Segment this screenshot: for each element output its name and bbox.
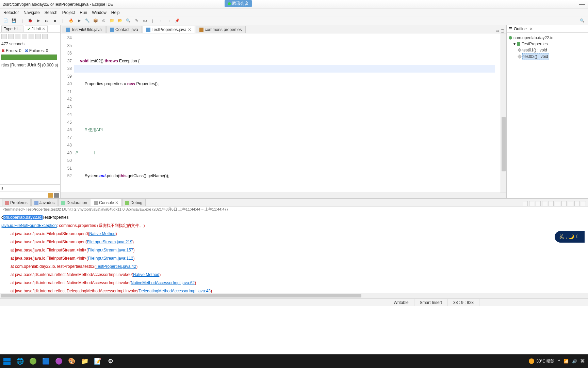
history-icon[interactable]	[22, 34, 27, 39]
open-console-icon[interactable]	[568, 201, 573, 206]
ime-indicator[interactable]: 英 , 🌙 ☾	[555, 231, 585, 243]
scroll-lock-icon[interactable]	[542, 201, 547, 206]
stacktrace-link[interactable]: FileInputStream.java:112	[88, 256, 133, 261]
minimize-button[interactable]: —	[579, 1, 585, 8]
run-icon[interactable]: ▶	[35, 18, 42, 24]
close-icon[interactable]: ✕	[188, 27, 191, 32]
junit-tree[interactable]: rties [Runner: JUnit 5] (0.000 s)	[1, 63, 59, 67]
remove-launch-icon[interactable]	[529, 201, 534, 206]
tray-up-icon[interactable]: ^	[558, 359, 560, 364]
edge-icon[interactable]: 🌐	[14, 355, 27, 368]
start-button[interactable]	[0, 354, 14, 368]
min-view-icon[interactable]	[574, 201, 579, 206]
skip-icon[interactable]: ⏭	[44, 18, 50, 24]
new-icon[interactable]: 📄	[3, 18, 9, 24]
stacktrace-link[interactable]: FileInputStream.java:157	[88, 248, 133, 252]
explorer-icon[interactable]: 📁	[78, 355, 91, 368]
menu-window[interactable]: Window	[92, 10, 107, 15]
tab-junit[interactable]: ✔JUnit✕	[25, 26, 48, 32]
notepad-icon[interactable]: 📝	[91, 355, 104, 368]
tab-debug[interactable]: Debug	[122, 199, 145, 206]
editor-vscrollbar[interactable]	[501, 33, 506, 193]
app3-icon[interactable]: ⚙	[104, 355, 117, 368]
close-icon[interactable]: ✕	[529, 27, 533, 31]
runl-icon[interactable]: ▶	[76, 18, 82, 24]
tab-javadoc[interactable]: Javadoc	[31, 199, 58, 206]
console-output[interactable]: com.openlab.day22.io.TestProperties java…	[0, 212, 588, 293]
menu-search[interactable]: Search	[45, 10, 58, 15]
word-wrap-icon[interactable]	[549, 201, 554, 206]
scroll-thumb[interactable]	[502, 117, 506, 171]
debug-icon[interactable]: 🐞	[27, 18, 33, 24]
app2-icon[interactable]: 🎨	[65, 355, 78, 368]
tab-testfileutils[interactable]: TestFileUtils.java	[62, 26, 105, 33]
save-icon[interactable]: 💾	[11, 18, 17, 24]
tab-console[interactable]: Console✕	[91, 199, 121, 206]
outline-class[interactable]: ▾ TestProperties	[509, 41, 586, 47]
scroll-thumb[interactable]	[1, 294, 361, 297]
eclipse-icon[interactable]: 🟣	[52, 355, 65, 368]
rerun-icon[interactable]	[1, 34, 7, 39]
folder-icon[interactable]: 📁	[109, 18, 115, 24]
chrome-icon[interactable]: 🟢	[27, 355, 39, 368]
stop-icon[interactable]: ⏹	[52, 18, 58, 24]
search-icon[interactable]: 🔍	[125, 18, 131, 24]
stacktrace-link[interactable]: NativeMethodAccessorImpl.java:62	[131, 280, 195, 285]
volume-icon[interactable]: 🔊	[572, 359, 577, 364]
tab-problems[interactable]: Problems	[2, 199, 31, 206]
coverage-icon[interactable]: 🔥	[68, 18, 74, 24]
exception-link[interactable]: java.io.FileNotFoundException	[1, 223, 57, 228]
pkg-icon[interactable]: 📦	[93, 18, 99, 24]
tab-declaration[interactable]: Declaration	[58, 199, 90, 206]
stacktrace-link[interactable]: DelegatingMethodAccessorImpl.java:43	[139, 289, 211, 293]
tag-icon[interactable]: 🏷	[142, 18, 148, 24]
max-view-icon[interactable]	[581, 201, 586, 206]
console-hscrollbar[interactable]	[0, 293, 588, 298]
weather-widget[interactable]: 30°C 晴朗	[529, 358, 555, 364]
display-icon[interactable]	[561, 201, 567, 206]
menu-navigate[interactable]: Navigate	[23, 10, 39, 15]
stacktrace-link[interactable]: FileInputStream.java:219	[87, 240, 132, 244]
stacktrace-link[interactable]: Native Method	[133, 272, 159, 277]
stacktrace-link[interactable]: Native Method	[89, 231, 115, 236]
menu-refactor[interactable]: Refactor	[3, 10, 19, 15]
class-icon[interactable]: ©	[101, 18, 107, 24]
pin-icon[interactable]	[29, 34, 34, 39]
menu-help[interactable]: Help	[111, 10, 120, 15]
close-icon[interactable]: ✕	[115, 200, 118, 205]
editor-hscrollbar[interactable]	[61, 193, 506, 198]
tab-contact[interactable]: Contact.java	[106, 26, 142, 33]
outline-package[interactable]: com.openlab.day22.io	[509, 35, 586, 41]
code-content[interactable]: void test02() throws Exception { Propert…	[74, 33, 501, 193]
close-icon[interactable]: ✕	[42, 27, 45, 31]
tab-commons-properties[interactable]: commons.properties	[196, 26, 246, 33]
pin-icon[interactable]: 📌	[174, 18, 180, 24]
tab-testproperties[interactable]: TestProperties.java✕	[143, 26, 195, 33]
outline-method-1[interactable]: test01() : void	[509, 47, 586, 53]
app1-icon[interactable]: 🟦	[39, 355, 52, 368]
compare-icon[interactable]	[48, 193, 53, 198]
outline-method-2[interactable]: test02() : void	[509, 53, 586, 60]
maximize-view-icon[interactable]: ▢	[501, 28, 504, 33]
wand-icon[interactable]: ✎	[133, 18, 140, 24]
menu-icon[interactable]	[42, 34, 48, 39]
wifi-icon[interactable]: 📶	[564, 359, 569, 364]
code-editor[interactable]: 34353637383940414243444546474849505152 v…	[61, 33, 506, 193]
menu-run[interactable]: Run	[80, 10, 87, 15]
rerun-fail-icon[interactable]	[8, 34, 14, 39]
open-icon[interactable]: 📂	[117, 18, 123, 24]
tab-type-hierarchy[interactable]: Type Hi...	[1, 26, 23, 32]
quick-search-icon[interactable]: 🔍	[579, 18, 585, 24]
collapse-icon[interactable]	[35, 34, 41, 39]
fwd-icon[interactable]: →	[166, 18, 172, 24]
filter-icon[interactable]	[54, 193, 59, 198]
clear-console-icon[interactable]	[523, 201, 528, 206]
back-icon[interactable]: ←	[158, 18, 164, 24]
ext-icon[interactable]: 🔧	[84, 18, 91, 24]
minimize-view-icon[interactable]: ▭	[495, 28, 499, 33]
ime-tray-icon[interactable]: 英	[581, 358, 585, 364]
stacktrace-link[interactable]: TestProperties.java:42	[96, 264, 136, 269]
meeting-badge[interactable]: 腾讯会议	[225, 0, 252, 7]
menu-project[interactable]: Project	[62, 10, 75, 15]
stop-icon[interactable]	[15, 34, 20, 39]
